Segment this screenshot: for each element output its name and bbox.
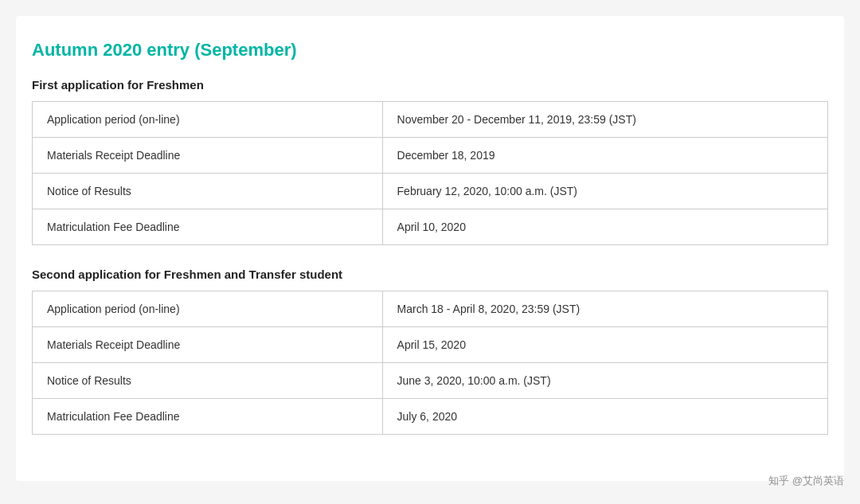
row-value: December 18, 2019 [382,138,827,174]
section1-table: Application period (on-line) November 20… [32,101,828,245]
table-row: Notice of Results June 3, 2020, 10:00 a.… [33,363,828,399]
row-label: Matriculation Fee Deadline [33,399,383,435]
row-label: Materials Receipt Deadline [33,138,383,174]
row-value: July 6, 2020 [382,399,827,435]
section2-title: Second application for Freshmen and Tran… [32,268,828,281]
main-container: Autumn 2020 entry (September) First appl… [16,16,844,481]
table-row: Matriculation Fee Deadline April 10, 202… [33,209,828,245]
table-row: Materials Receipt Deadline December 18, … [33,138,828,174]
row-label: Materials Receipt Deadline [33,327,383,363]
row-value: April 15, 2020 [382,327,827,363]
row-value: November 20 - December 11, 2019, 23:59 (… [382,102,827,138]
page-title: Autumn 2020 entry (September) [32,40,828,61]
row-value: April 10, 2020 [382,209,827,245]
table-row: Notice of Results February 12, 2020, 10:… [33,174,828,209]
section1-title: First application for Freshmen [32,78,828,92]
table-row: Application period (on-line) November 20… [33,102,828,138]
row-label: Matriculation Fee Deadline [33,209,383,245]
row-label: Application period (on-line) [33,291,383,327]
table-row: Matriculation Fee Deadline July 6, 2020 [33,399,828,435]
row-value: June 3, 2020, 10:00 a.m. (JST) [382,363,827,399]
table-row: Application period (on-line) March 18 - … [33,291,828,327]
row-label: Notice of Results [33,174,383,209]
row-value: March 18 - April 8, 2020, 23:59 (JST) [382,291,827,327]
row-label: Notice of Results [33,363,383,399]
table-row: Materials Receipt Deadline April 15, 202… [33,327,828,363]
row-value: February 12, 2020, 10:00 a.m. (JST) [382,174,827,209]
row-label: Application period (on-line) [33,102,383,138]
section2-table: Application period (on-line) March 18 - … [32,291,828,435]
